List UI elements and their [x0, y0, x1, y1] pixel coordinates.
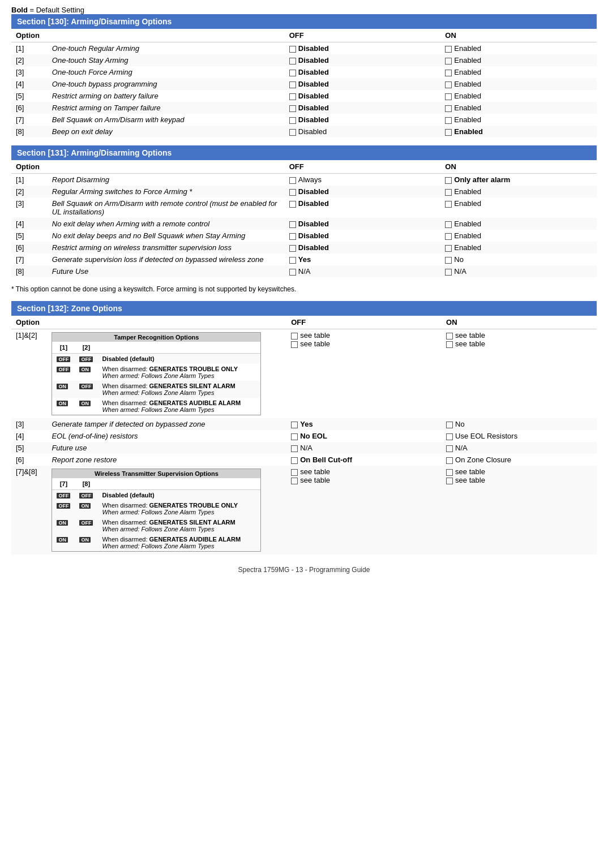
- row-on: Enabled: [440, 114, 597, 126]
- row-num: [3]: [11, 418, 47, 430]
- options-table: Option OFF ON [1]&[2] Tamper Recognition…: [11, 316, 597, 555]
- table-cell: ON: [75, 534, 97, 551]
- table-cell: ON: [75, 364, 97, 381]
- row-on: Enabled: [440, 230, 597, 242]
- col-header: [97, 478, 260, 490]
- checkbox-icon: [446, 457, 453, 464]
- row-desc: One-touch bypass programming: [48, 78, 285, 90]
- row-on: N/A: [440, 265, 597, 277]
- checkbox-icon: [446, 333, 453, 340]
- checkbox-icon: [289, 189, 296, 196]
- checkbox-icon: [289, 201, 296, 208]
- row-num: [7]: [11, 253, 48, 265]
- col-header: [1]: [52, 342, 75, 354]
- checkbox-icon: [291, 341, 298, 348]
- checkbox-icon: [289, 105, 296, 112]
- row-on: Enabled: [440, 78, 597, 90]
- checkbox-icon: [446, 469, 453, 476]
- checkbox-icon: [289, 257, 296, 264]
- col-option-desc: [47, 316, 286, 329]
- row-off: Disabled: [285, 218, 441, 230]
- row-num: [7]: [11, 114, 48, 126]
- table-cell: When disarmed: GENERATES AUDIBLE ALARMWh…: [97, 534, 260, 551]
- row-desc: EOL (end-of-line) resistors: [47, 430, 286, 442]
- section-header: Section [132]: Zone Options: [11, 301, 597, 316]
- row-on: No: [442, 418, 597, 430]
- row-on: Enabled: [440, 218, 597, 230]
- bold-note: Bold = Default Setting: [11, 6, 597, 14]
- checkbox-icon: [289, 129, 296, 136]
- table-cell: ON: [52, 381, 75, 398]
- row-num: [5]: [11, 442, 47, 454]
- table-row: [5] Restrict arming on battery failure D…: [11, 90, 597, 102]
- col-on: ON: [440, 29, 597, 42]
- checkbox-icon: [445, 221, 452, 228]
- inner-table: Tamper Recognition Options [1] [2] OFF O…: [52, 332, 261, 415]
- col-header: [2]: [75, 342, 97, 354]
- table-row: [6] Report zone restore On Bell Cut-off …: [11, 454, 597, 466]
- row-off: Disabled: [285, 126, 441, 137]
- row-on: see tablesee table: [442, 466, 597, 555]
- row-desc: No exit delay beeps and no Bell Squawk w…: [48, 230, 285, 242]
- row-off: Disabled: [285, 197, 441, 218]
- table-cell: Disabled (default): [97, 490, 260, 501]
- row-desc: Bell Squawk on Arm/Disarm with remote co…: [48, 197, 285, 218]
- row-desc: Beep on exit delay: [48, 126, 285, 137]
- row-num: [5]: [11, 230, 48, 242]
- row-on: Enabled: [440, 90, 597, 102]
- row-desc: Generate tamper if detected on bypassed …: [47, 418, 286, 430]
- row-desc: One-touch Force Arming: [48, 66, 285, 78]
- checkbox-icon: [289, 233, 296, 240]
- row-num: [1]&[2]: [11, 329, 47, 419]
- table-row: [3] Bell Squawk on Arm/Disarm with remot…: [11, 197, 597, 218]
- checkbox-icon: [445, 93, 452, 100]
- row-on: Enabled: [440, 242, 597, 253]
- section-s132: Section [132]: Zone Options Option OFF O…: [11, 301, 597, 555]
- row-on: Enabled: [440, 197, 597, 218]
- checkbox-icon: [289, 269, 296, 276]
- row-off: Disabled: [285, 54, 441, 66]
- checkbox-icon: [445, 245, 452, 252]
- table-cell: ON: [52, 398, 75, 415]
- row-desc: No exit delay when Arming with a remote …: [48, 218, 285, 230]
- row-on: Enabled: [440, 186, 597, 197]
- checkbox-icon: [445, 233, 452, 240]
- table-row: [8] Beep on exit delay Disabled Enabled: [11, 126, 597, 137]
- row-desc: Restrict arming on battery failure: [48, 90, 285, 102]
- table-row: [3] Generate tamper if detected on bypas…: [11, 418, 597, 430]
- row-off: see tablesee table: [286, 466, 442, 555]
- table-row: [5] Future use N/A N/A: [11, 442, 597, 454]
- row-desc: One-touch Regular Arming: [48, 42, 285, 55]
- row-num: [2]: [11, 186, 48, 197]
- table-row: [6] Restrict arming on wireless transmit…: [11, 242, 597, 253]
- table-cell: Disabled (default): [97, 354, 260, 364]
- table-row: [7] Bell Squawk on Arm/Disarm with keypa…: [11, 114, 597, 126]
- table-cell: When disarmed: GENERATES TROUBLE ONLYWhe…: [97, 364, 260, 381]
- row-num: [6]: [11, 242, 48, 253]
- checkbox-icon: [445, 70, 452, 76]
- table-row: [1]&[2] Tamper Recognition Options [1] […: [11, 329, 597, 419]
- table-row: [3] One-touch Force Arming Disabled Enab…: [11, 66, 597, 78]
- table-cell: ON: [75, 500, 97, 517]
- checkbox-icon: [291, 422, 298, 428]
- checkbox-icon: [289, 245, 296, 252]
- row-off: Disabled: [285, 42, 441, 55]
- table-cell: OFF: [52, 354, 75, 364]
- row-num: [5]: [11, 90, 48, 102]
- table-cell: ON: [75, 398, 97, 415]
- row-on: Enabled: [440, 42, 597, 55]
- table-cell: ON: [52, 517, 75, 534]
- table-row: [4] No exit delay when Arming with a rem…: [11, 218, 597, 230]
- table-cell: OFF: [52, 500, 75, 517]
- col-option: Option: [11, 29, 48, 42]
- checkbox-icon: [291, 469, 298, 476]
- checkbox-icon: [446, 445, 453, 452]
- checkbox-icon: [445, 257, 452, 264]
- row-off: Always: [285, 174, 441, 186]
- row-num: [3]: [11, 197, 48, 218]
- row-num: [4]: [11, 430, 47, 442]
- row-off: Disabled: [285, 102, 441, 114]
- col-on: ON: [442, 316, 597, 329]
- row-on: On Zone Closure: [442, 454, 597, 466]
- inner-table-title: Tamper Recognition Options: [52, 333, 260, 342]
